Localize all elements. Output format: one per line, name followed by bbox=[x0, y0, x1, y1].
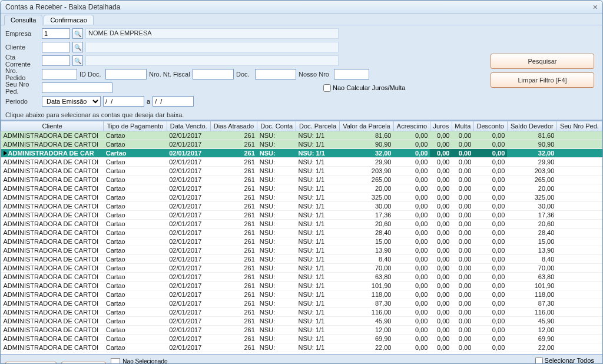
naocalcular-checkbox-wrap: Nao Calcular Juros/Multa bbox=[323, 84, 406, 92]
empresa-nome-display: NOME DA EMPRESA bbox=[85, 28, 339, 39]
table-row[interactable]: ADMINISTRADORA DE CARTOICartao02/01/2017… bbox=[1, 299, 602, 308]
periodo-label: Periodo bbox=[5, 98, 39, 105]
column-header[interactable]: Seu Nro Ped. bbox=[556, 121, 602, 131]
empresa-label: Empresa bbox=[5, 30, 39, 37]
column-header[interactable]: Multa bbox=[452, 121, 473, 131]
table-row[interactable]: ADMINISTRADORA DE CARTOICartao02/01/2017… bbox=[1, 326, 602, 335]
cliente-code-input[interactable] bbox=[42, 42, 70, 52]
table-row[interactable]: ADMINISTRADORA DE CARTOICartao02/01/2017… bbox=[1, 282, 602, 290]
legend-swatch-nao bbox=[111, 358, 120, 365]
table-row[interactable]: ADMINISTRADORA DE CARTOICartao02/01/2017… bbox=[1, 140, 602, 149]
doc-label: Doc. bbox=[236, 71, 253, 78]
tab-confirmacao[interactable]: Confirmacao bbox=[44, 15, 93, 25]
helper-text: Clique abaixo para selecionar as contas … bbox=[1, 110, 602, 120]
table-row[interactable]: ADMINISTRADORA DE CARTOICartao02/01/2017… bbox=[1, 273, 602, 282]
column-header[interactable]: Dias Atrasado bbox=[210, 121, 257, 131]
column-header[interactable]: Acrescimo bbox=[393, 121, 430, 131]
nossonro-input[interactable] bbox=[334, 69, 369, 80]
cliente-nome-display bbox=[85, 42, 339, 52]
selecionar-todos-checkbox[interactable] bbox=[535, 357, 543, 365]
data-grid[interactable]: ClienteTipo de PagamentoData Vencto.Dias… bbox=[1, 120, 602, 355]
table-row[interactable]: ADMINISTRADORA DE CARTOICartao02/01/2017… bbox=[1, 343, 602, 352]
column-header[interactable]: Doc. Conta bbox=[257, 121, 296, 131]
window-title: Contas a Receber - Baixa Detalhada bbox=[5, 1, 120, 14]
jurosmulta-button[interactable]: Juros/Multa bbox=[5, 362, 57, 364]
seunroped-input[interactable] bbox=[42, 82, 112, 93]
table-row[interactable]: ADMINISTRADORA DE CARTOICartao02/01/2017… bbox=[1, 211, 602, 220]
table-row[interactable]: ADMINISTRADORA DE CARTOICartao02/01/2017… bbox=[1, 131, 602, 140]
table-row[interactable]: ADMINISTRADORA DE CARTOICartao02/01/2017… bbox=[1, 317, 602, 326]
cliente-label: Cliente bbox=[5, 44, 39, 51]
iddoc-input[interactable] bbox=[105, 69, 147, 80]
filter-panel: Pesquisar Limpar Filtro [F4] Empresa 🔍 N… bbox=[1, 25, 602, 110]
desconto-button[interactable]: Desconto bbox=[61, 362, 106, 364]
doc-input[interactable] bbox=[255, 69, 296, 80]
tab-strip: Consulta Confirmacao bbox=[1, 14, 602, 25]
column-header[interactable]: Saldo Devedor bbox=[507, 121, 556, 131]
iddoc-label: ID Doc. bbox=[79, 71, 103, 78]
periodo-tipo-select[interactable]: Data Emissão bbox=[42, 96, 101, 107]
ctacorrente-code-input[interactable] bbox=[42, 55, 70, 66]
limpar-filtro-button[interactable]: Limpar Filtro [F4] bbox=[491, 72, 594, 88]
legend: Nao Selecionado Selecionado para dar bai… bbox=[111, 358, 401, 365]
column-header[interactable]: Data Vencto. bbox=[167, 121, 210, 131]
table-row[interactable]: ADMINISTRADORA DE CARTOICartao02/01/2017… bbox=[1, 220, 602, 229]
nrontfiscal-input[interactable] bbox=[193, 69, 234, 80]
column-header[interactable]: Valor da Parcela bbox=[340, 121, 394, 131]
table-row[interactable]: ADMINISTRADORA DE CARTOICartao02/01/2017… bbox=[1, 264, 602, 273]
close-icon[interactable]: × bbox=[593, 1, 598, 14]
footer-bar: Juros/Multa Desconto Nao Selecionado Sel… bbox=[1, 355, 602, 364]
table-row[interactable]: ADMINISTRADORA DE CARTOICartao02/01/2017… bbox=[1, 290, 602, 299]
nossonro-label: Nosso Nro bbox=[299, 71, 332, 78]
table-row[interactable]: ADMINISTRADORA DE CARTOICartao02/01/2017… bbox=[1, 184, 602, 193]
table-row[interactable]: ADMINISTRADORA DE CARTOICartao02/01/2017… bbox=[1, 246, 602, 255]
window-title-bar: Contas a Receber - Baixa Detalhada × bbox=[1, 1, 602, 14]
nropedido-input[interactable] bbox=[42, 69, 77, 80]
tab-consulta[interactable]: Consulta bbox=[4, 15, 42, 25]
naocalcular-label: Nao Calcular Juros/Multa bbox=[333, 84, 406, 91]
table-row[interactable]: ADMINISTRADORA DE CARTOICartao02/01/2017… bbox=[1, 335, 602, 343]
column-header[interactable]: Cliente bbox=[1, 121, 104, 131]
column-header[interactable]: Juros bbox=[430, 121, 452, 131]
pesquisar-button[interactable]: Pesquisar bbox=[491, 54, 594, 69]
periodo-de-input[interactable] bbox=[103, 96, 144, 107]
ctacorrente-nome-display bbox=[85, 55, 339, 66]
table-row[interactable]: ADMINISTRADORA DE CARTOICartao02/01/2017… bbox=[1, 202, 602, 211]
ctacorrente-label: Cta Corrente bbox=[5, 54, 39, 68]
table-row[interactable]: ADMINISTRADORA DE CARTOICartao02/01/2017… bbox=[1, 158, 602, 167]
table-row[interactable]: ADMINISTRADORA DE CARTOICartao02/01/2017… bbox=[1, 308, 602, 317]
periodo-a-label: a bbox=[147, 98, 150, 105]
selecionar-todos-wrap: Selecionar Todos bbox=[535, 357, 598, 365]
empresa-lookup-icon[interactable]: 🔍 bbox=[72, 28, 83, 39]
nropedido-label: Nro. Pedido bbox=[5, 67, 39, 81]
column-header[interactable]: Tipo de Pagamento bbox=[104, 121, 167, 131]
table-row[interactable]: ADMINISTRADORA DE CARTOICartao02/01/2017… bbox=[1, 229, 602, 237]
cliente-lookup-icon[interactable]: 🔍 bbox=[72, 42, 83, 52]
ctacorrente-lookup-icon[interactable]: 🔍 bbox=[72, 55, 83, 66]
column-header[interactable]: Desconto bbox=[473, 121, 507, 131]
empresa-code-input[interactable] bbox=[42, 28, 70, 39]
nrontfiscal-label: Nro. Nt. Fiscal bbox=[149, 71, 190, 78]
table-row[interactable]: ADMINISTRADORA DE CARTOICartao02/01/2017… bbox=[1, 237, 602, 246]
column-header[interactable]: Doc. Parcela bbox=[296, 121, 340, 131]
table-row[interactable]: ADMINISTRADORA DE CARTOICartao02/01/2017… bbox=[1, 176, 602, 184]
table-row[interactable]: ADMINISTRADORA DE CARTOICartao02/01/2017… bbox=[1, 193, 602, 202]
periodo-ate-input[interactable] bbox=[153, 96, 194, 107]
naocalcular-checkbox[interactable] bbox=[323, 84, 331, 92]
seunroped-label: Seu Nro Ped. bbox=[5, 81, 39, 95]
table-row[interactable]: ADMINISTRADORA DE CARTOICartao02/01/2017… bbox=[1, 167, 602, 176]
table-row[interactable]: ADMINISTRADORA DE CARTOICartao02/01/2017… bbox=[1, 255, 602, 264]
table-row[interactable]: ADMINISTRADORA DE CARCartao02/01/2017261… bbox=[1, 149, 602, 158]
